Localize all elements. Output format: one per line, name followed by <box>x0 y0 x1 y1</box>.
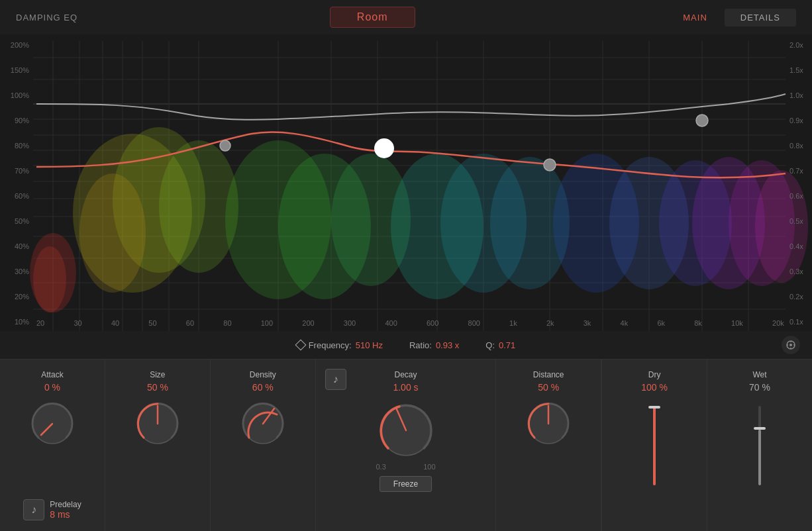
density-value: 60 % <box>252 382 274 393</box>
decay-label: Decay <box>394 370 417 379</box>
distance-control: Distance 50 % <box>496 360 601 531</box>
attack-knob[interactable] <box>29 401 76 447</box>
density-label: Density <box>250 370 276 379</box>
svg-point-54 <box>789 344 792 346</box>
wet-control: Wet 70 % <box>707 360 812 531</box>
density-control: Density 60 % <box>211 360 316 531</box>
wet-slider-fill <box>758 430 761 485</box>
size-knob[interactable] <box>134 401 181 447</box>
tab-main[interactable]: MAIN <box>667 9 723 26</box>
frequency-display: Frequency: 510 Hz <box>297 340 383 350</box>
dry-slider-track[interactable] <box>653 406 656 485</box>
attack-value: 0 % <box>44 382 60 393</box>
distance-knob[interactable] <box>525 401 572 447</box>
distance-value: 50 % <box>538 382 559 393</box>
size-control: Size 50 % <box>105 360 211 531</box>
predelay-label: Predelay <box>50 500 81 509</box>
size-value: 50 % <box>147 382 168 393</box>
attack-label: Attack <box>41 370 63 379</box>
predelay-row: ♪ Predelay 8 ms <box>23 499 81 520</box>
app-title: DAMPING EQ <box>16 13 77 23</box>
svg-point-52 <box>696 115 708 126</box>
decay-knob[interactable] <box>376 401 436 460</box>
y-axis-right: 2.0x 1.5x 1.0x 0.9x 0.8x 0.7x 0.6x 0.5x … <box>786 34 812 346</box>
decay-control: ♪ Decay 1.00 s 0.3 100 Freeze <box>316 360 496 531</box>
svg-point-51 <box>544 159 556 171</box>
svg-point-50 <box>375 139 393 158</box>
dry-value: 100 % <box>641 382 668 393</box>
controls-section: Attack 0 % ♪ Predelay 8 ms Size 50 % <box>0 359 812 531</box>
spectrum-toggle-button[interactable] <box>782 336 800 354</box>
svg-point-36 <box>79 173 146 293</box>
distance-label: Distance <box>533 370 564 379</box>
predelay-value: 8 ms <box>50 509 81 520</box>
diamond-icon <box>295 340 306 351</box>
header: DAMPING EQ Room MAIN DETAILS <box>0 0 812 34</box>
eq-grid <box>0 34 812 359</box>
density-knob[interactable] <box>240 401 286 447</box>
preset-display[interactable]: Room <box>330 7 415 28</box>
info-bar: Frequency: 510 Hz Ratio: 0.93 x Q: 0.71 <box>0 331 812 359</box>
wet-label: Wet <box>752 370 766 379</box>
decay-note-button[interactable]: ♪ <box>325 369 346 390</box>
svg-point-32 <box>33 246 66 313</box>
dry-control: Dry 100 % <box>601 360 707 531</box>
decay-range: 0.3 100 <box>376 463 436 471</box>
size-label: Size <box>150 370 165 379</box>
predelay-note-button[interactable]: ♪ <box>23 499 44 520</box>
spectrum-icon <box>786 340 796 350</box>
eq-display: 200% 150% 100% 90% 80% 70% 60% 50% 40% 3… <box>0 34 812 359</box>
view-tabs: MAIN DETAILS <box>667 9 796 26</box>
y-axis-left: 200% 150% 100% 90% 80% 70% 60% 50% 40% 3… <box>0 34 33 346</box>
x-axis: 20 30 40 50 60 80 100 200 300 400 600 80… <box>36 319 784 327</box>
q-display: Q: 0.71 <box>485 340 515 350</box>
dry-slider-handle[interactable] <box>648 406 660 409</box>
freeze-button[interactable]: Freeze <box>380 476 432 492</box>
decay-value: 1.00 s <box>393 382 418 393</box>
tab-details[interactable]: DETAILS <box>725 9 796 26</box>
wet-slider-handle[interactable] <box>754 427 766 430</box>
ratio-display: Ratio: 0.93 x <box>409 340 459 350</box>
svg-point-49 <box>220 140 230 151</box>
wet-value: 70 % <box>749 382 770 393</box>
dry-label: Dry <box>648 370 661 379</box>
wet-slider-track[interactable] <box>758 406 761 485</box>
dry-slider-fill <box>653 406 656 485</box>
attack-control: Attack 0 % ♪ Predelay 8 ms <box>0 360 105 531</box>
